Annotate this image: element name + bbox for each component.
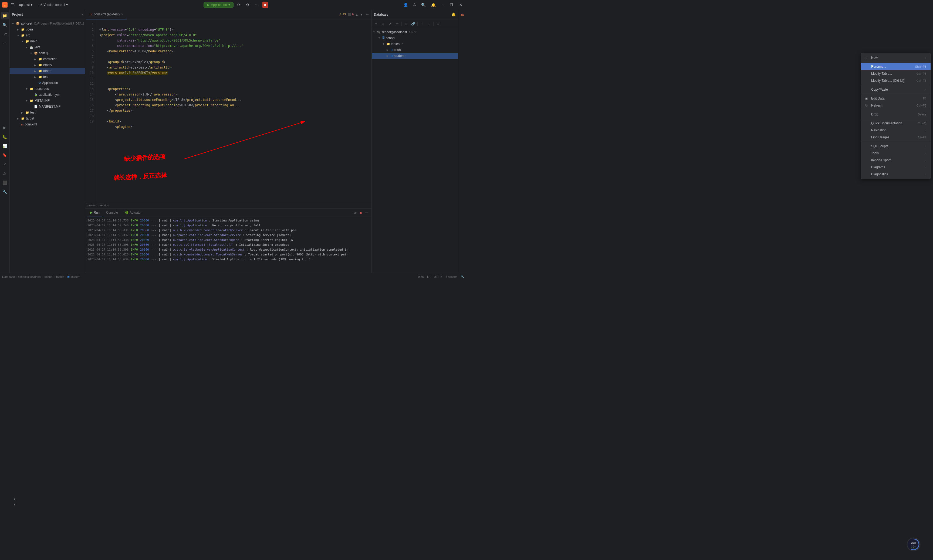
db-table-btn[interactable]: ⊞	[403, 20, 409, 27]
status-table[interactable]: ⊞ student	[67, 275, 80, 278]
db-notifications-icon[interactable]: 🔔	[451, 12, 456, 17]
db-schema[interactable]: ▼ 🗄 school	[372, 35, 458, 41]
sidebar-icon-todo[interactable]: ✓	[1, 160, 9, 168]
tab-close-button[interactable]: ✕	[121, 13, 123, 15]
db-table-student[interactable]: ▶ ⊞ student	[372, 53, 458, 59]
bottom-tabs: ▶ Run Console 🌿 Actuator ⟳ ■ ⋯ ▲ ▼	[85, 209, 372, 217]
reload-icon[interactable]: ⟳	[236, 2, 242, 8]
status-line-ending[interactable]: LF	[427, 275, 430, 278]
tree-item-application[interactable]: ⚙ Application	[10, 80, 85, 86]
log-content[interactable]: 2023-04-17 11:14:52.738 INFO 20060 --- […	[85, 217, 372, 273]
db-filter-btn[interactable]: ⊟	[435, 20, 441, 27]
more-run-btn[interactable]: ⋯	[364, 210, 369, 216]
tab-actuator[interactable]: 🌿 Actuator	[122, 209, 145, 217]
scroll-down-btn[interactable]: ▼	[360, 13, 363, 16]
test-name: test	[30, 111, 35, 114]
expand-icon: ▼	[378, 37, 381, 39]
scroll-up-btn[interactable]: ▲	[355, 13, 358, 16]
close-button[interactable]: ✕	[457, 2, 464, 8]
db-add-btn[interactable]: ＋	[373, 20, 379, 27]
tree-item-test[interactable]: ▶ 📁 test	[10, 109, 85, 115]
tab-run[interactable]: ▶ Run	[88, 209, 102, 217]
tree-item-resources[interactable]: ▼ 📁 resources	[10, 86, 85, 92]
db-edit-btn[interactable]: ✏	[394, 20, 400, 27]
status-tables[interactable]: tables	[56, 275, 64, 278]
tree-item-java[interactable]: ▼ ☕ java	[10, 44, 85, 50]
right-icon-maven[interactable]: m	[459, 12, 466, 18]
stop-button[interactable]: ■	[262, 2, 268, 8]
sidebar-icon-find[interactable]: 🔍	[1, 21, 9, 29]
sidebar-icon-problems[interactable]: ⚠	[1, 170, 9, 177]
notifications-icon[interactable]: 🔔	[430, 2, 437, 8]
status-encoding[interactable]: UTF-8	[434, 275, 442, 278]
sidebar-icon-services[interactable]: 🔧	[1, 188, 9, 195]
tab-pom-xml[interactable]: m pom.xml (api-test) ✕	[86, 10, 126, 19]
tree-item-other[interactable]: ▶ 📁 other	[10, 68, 85, 74]
folder-icon: 📁	[21, 28, 25, 31]
arrow-icon: ▼	[30, 52, 34, 55]
version-control-pill[interactable]: ⎇ Version control ▾	[36, 2, 69, 8]
project-name-pill[interactable]: api-test ▾	[17, 2, 34, 7]
arrow-icon: ▶	[34, 64, 38, 67]
tree-item-controller[interactable]: ▶ 📁 controller	[10, 56, 85, 62]
db-refresh-btn[interactable]: ⟳	[387, 20, 393, 27]
tree-item-empty[interactable]: ▶ 📁 empty	[10, 62, 85, 68]
sidebar-icon-terminal[interactable]: ⬛	[1, 179, 9, 186]
stop-run-btn[interactable]: ■	[359, 210, 363, 216]
tree-item-manifest[interactable]: 📄 MANIFEST.MF	[10, 103, 85, 109]
tree-item-pom-xml[interactable]: m pom.xml	[10, 122, 85, 127]
translate-icon[interactable]: A	[412, 2, 417, 8]
sidebar-icon-run[interactable]: ▶	[1, 124, 9, 131]
run-icon: ▶	[207, 3, 210, 7]
tree-item-src[interactable]: ▼ 📁 src	[10, 32, 85, 38]
db-table-ceshi[interactable]: ▶ ⊞ ceshi	[372, 47, 458, 53]
db-export-btn[interactable]: ↑	[419, 20, 425, 27]
tree-item-idea[interactable]: ▶ 📁 .idea	[10, 26, 85, 32]
tree-item-meta-inf[interactable]: ▼ 📁 META-INF	[10, 98, 85, 103]
status-db[interactable]: Database	[2, 275, 15, 278]
tree-item-com-ljj[interactable]: ▼ 📦 com.ljj	[10, 50, 85, 56]
sidebar-icon-debug[interactable]: 🐛	[1, 133, 9, 140]
log-row: 2023-04-17 11:14:53.337 INFO 20060 --- […	[88, 233, 369, 238]
tree-item-application-yml[interactable]: 🍃 application.yml	[10, 92, 85, 98]
db-link-btn[interactable]: 🔗	[410, 20, 416, 27]
sidebar-icon-project[interactable]: 📁	[1, 12, 9, 19]
more-options-icon[interactable]: ⋯	[253, 2, 260, 8]
tree-item-root[interactable]: ▼ 📦 api-test C:\Program Files\Study\Inte…	[10, 20, 85, 26]
pom-name: pom.xml	[25, 123, 37, 126]
sidebar-icon-vcs[interactable]: ⎇	[1, 30, 9, 38]
editor-area: m pom.xml (api-test) ✕ ⚠ 13 ⬛ 6 ▲ ▼ ⋯ 12…	[85, 10, 372, 208]
tab-console[interactable]: Console	[103, 209, 121, 217]
run-button[interactable]: ▶ Application ▾	[204, 2, 234, 8]
editor-tabs: m pom.xml (api-test) ✕ ⚠ 13 ⬛ 6 ▲ ▼ ⋯	[85, 10, 372, 19]
db-tables-folder[interactable]: ▼ 📁 tables 2	[372, 41, 458, 47]
code-editor[interactable]: <?xml version="1.0" encoding="UTF-8"?> <…	[96, 19, 372, 202]
settings-icon[interactable]: ⚙	[244, 2, 251, 8]
db-toolbar: ＋ ⊞ ⟳ ✏ ⊞ 🔗 ↑ ↓ ⊟	[372, 19, 458, 28]
account-icon[interactable]: 👤	[402, 2, 410, 8]
minimize-button[interactable]: −	[440, 2, 446, 8]
sidebar-icon-bookmark[interactable]: 🔖	[1, 151, 9, 159]
maximize-button[interactable]: ❐	[448, 2, 455, 8]
java-file-icon: ⚙	[39, 81, 41, 85]
status-git-icon[interactable]: 🔧	[461, 275, 464, 278]
project-panel-dropdown[interactable]: ▾	[82, 13, 83, 16]
db-copy-btn[interactable]: ⊞	[380, 20, 386, 27]
breadcrumb-project[interactable]: project	[88, 204, 96, 207]
tab-menu-btn[interactable]: ⋯	[365, 12, 370, 17]
status-connection[interactable]: school@localhost	[18, 275, 41, 278]
sidebar-icon-profile[interactable]: 📊	[1, 142, 9, 150]
sidebar-icon-more[interactable]: ⋯	[1, 39, 9, 47]
db-import-btn[interactable]: ↓	[426, 20, 432, 27]
status-schema[interactable]: school	[45, 275, 53, 278]
tree-item-main[interactable]: ▼ 📁 main	[10, 38, 85, 44]
search-icon[interactable]: 🔍	[419, 2, 427, 8]
db-connection-name: school@localhost	[381, 30, 407, 34]
tree-item-test-pkg[interactable]: ▶ 📁 test	[10, 74, 85, 80]
status-indent[interactable]: 4 spaces	[446, 275, 457, 278]
restart-btn[interactable]: ⟳	[353, 210, 358, 216]
db-connection[interactable]: ▼ 🔌 school@localhost 1 of 9	[372, 29, 458, 35]
hamburger-menu[interactable]: ☰	[10, 2, 15, 8]
tree-item-target[interactable]: ▶ 📁 target	[10, 115, 85, 122]
breadcrumb-version[interactable]: version	[100, 204, 109, 207]
